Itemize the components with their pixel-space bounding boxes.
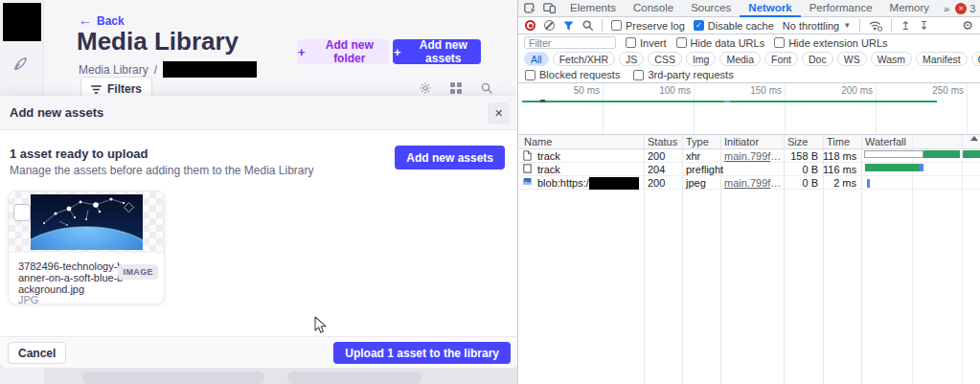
request-row-track-xhr[interactable]: track 200 xhr main.799f3b84… 158 B 118 m… (518, 149, 980, 163)
tab-sources[interactable]: Sources (682, 0, 740, 17)
inspect-element-icon[interactable] (518, 3, 541, 14)
col-name[interactable]: Name (524, 136, 552, 147)
blocked-requests-checkbox[interactable]: Blocked requests (525, 69, 620, 80)
filter-lines-icon (91, 85, 102, 94)
dimmed-page-background (0, 368, 517, 384)
add-new-assets-header-button[interactable]: + Add new assets (393, 39, 481, 64)
pill-font[interactable]: Font (764, 52, 798, 66)
modal-header: Add new assets ✕ (0, 96, 517, 130)
timeline-tick: 200 ms (841, 85, 876, 96)
upload-summary: 1 asset ready to upload (10, 147, 148, 161)
pill-all[interactable]: All (524, 52, 549, 66)
col-status[interactable]: Status (648, 136, 677, 147)
modal-close-button[interactable]: ✕ (488, 102, 510, 124)
col-type[interactable]: Type (686, 136, 709, 147)
modal-add-new-assets-button[interactable]: Add new assets (395, 146, 505, 169)
modal-title: Add new assets (10, 105, 103, 120)
col-waterfall[interactable]: Waterfall (865, 136, 906, 147)
network-requests-table: Name Status Type Initiator Size Time Wat… (518, 135, 980, 384)
invert-label: Invert (640, 37, 667, 49)
pill-fetch-xhr[interactable]: Fetch/XHR (553, 52, 615, 66)
invert-checkbox[interactable]: Invert (626, 37, 667, 49)
tab-memory[interactable]: Memory (881, 0, 939, 17)
plus-icon: + (394, 45, 401, 59)
filter-input[interactable] (524, 36, 616, 49)
third-party-requests-checkbox[interactable]: 3rd-party requests (633, 69, 733, 80)
export-har-icon[interactable]: ↧ (919, 20, 928, 32)
dropdown-caret-icon: ▼ (843, 21, 851, 30)
workspace-logo-redacted[interactable] (3, 3, 41, 41)
content-editor-icon[interactable] (12, 56, 29, 72)
asset-card[interactable]: 3782496-technology-banner-on-a-soft-blue… (8, 191, 165, 305)
mouse-cursor (314, 316, 327, 334)
pill-doc[interactable]: Doc (802, 52, 833, 66)
library-view-icons (420, 82, 492, 94)
tab-elements[interactable]: Elements (561, 0, 625, 17)
request-row-blob-jpeg[interactable]: blob:https://cms. 200 jpeg main.799f3b84… (518, 176, 980, 190)
record-network-log-icon[interactable] (525, 20, 536, 31)
preserve-log-checkbox[interactable]: Preserve log (611, 20, 685, 32)
upload-asset-button[interactable]: Upload 1 asset to the library (333, 342, 511, 364)
network-conditions-icon[interactable] (869, 20, 882, 32)
request-size: 158 B (786, 150, 818, 162)
hide-extension-urls-checkbox[interactable]: Hide extension URLs (774, 37, 887, 49)
breadcrumb-separator: / (154, 63, 157, 77)
request-status: 200 (648, 150, 665, 162)
more-tabs-icon[interactable]: » (938, 3, 955, 14)
tab-network[interactable]: Network (740, 0, 800, 17)
pill-media[interactable]: Media (719, 52, 761, 66)
clear-network-log-icon[interactable] (544, 20, 555, 31)
col-size[interactable]: Size (787, 136, 808, 147)
tab-performance[interactable]: Performance (801, 0, 881, 17)
table-header-row[interactable]: Name Status Type Initiator Size Time Wat… (518, 135, 980, 149)
checkbox-checked: ✓ (694, 20, 704, 31)
pill-css[interactable]: CSS (648, 52, 682, 66)
network-overview-timeline[interactable]: 50 ms 100 ms 150 ms 200 ms 250 ms (518, 83, 980, 135)
hide-data-urls-checkbox[interactable]: Hide data URLs (676, 37, 765, 49)
pill-js[interactable]: JS (619, 52, 644, 66)
plus-icon: + (298, 45, 306, 59)
search-network-icon[interactable] (582, 20, 593, 31)
tab-console[interactable]: Console (625, 0, 682, 17)
asset-checkbox[interactable] (13, 204, 31, 221)
network-filterbar: Invert Hide data URLs Hide extension URL… (518, 34, 980, 51)
asset-extension: JPG (18, 294, 38, 305)
col-time[interactable]: Time (827, 136, 850, 147)
request-name: track (537, 164, 560, 175)
pill-wasm[interactable]: Wasm (871, 52, 912, 66)
sort-indicator-icon[interactable] (970, 136, 978, 141)
resource-type-filters: All Fetch/XHR JS CSS Img Media Font Doc … (518, 51, 980, 67)
pill-img[interactable]: Img (686, 52, 717, 66)
generic-resource-icon (523, 164, 532, 173)
waterfall-queueing-bar (864, 150, 923, 158)
filter-funnel-icon[interactable] (563, 21, 574, 31)
add-new-assets-label: Add new assets (407, 38, 480, 65)
device-toolbar-icon[interactable] (541, 3, 561, 13)
pill-other[interactable]: Other (971, 52, 980, 66)
import-har-icon[interactable]: ↥ (900, 20, 910, 32)
upload-subtitle: Manage the assets before adding them to … (10, 164, 314, 177)
checkbox-unchecked (525, 70, 536, 80)
error-badge[interactable]: ✕ 3 (955, 3, 975, 14)
throttling-dropdown[interactable]: No throttling ▼ (783, 20, 851, 32)
request-initiator-link[interactable]: main.799f3b84… (724, 177, 782, 189)
overview-blue-mark (724, 101, 730, 102)
pill-ws[interactable]: WS (837, 52, 867, 66)
back-label: Back (97, 14, 125, 28)
devtools-tabbar-right: ✕ 3 2 ⚙ ⋮ ✕ (955, 1, 980, 15)
col-initiator[interactable]: Initiator (724, 136, 759, 147)
cancel-button[interactable]: Cancel (8, 342, 66, 364)
request-initiator-link[interactable]: main.799f3b84… (724, 150, 782, 162)
back-link[interactable]: ←Back (79, 12, 125, 28)
breadcrumb-root[interactable]: Media Library (79, 63, 148, 77)
network-settings-icon[interactable]: ⚙ (962, 18, 973, 33)
pill-manifest[interactable]: Manifest (916, 52, 968, 66)
disable-cache-checkbox[interactable]: ✓ Disable cache (694, 20, 774, 32)
preserve-log-label: Preserve log (626, 20, 685, 32)
grid-view-icon[interactable] (450, 82, 462, 94)
settings-icon[interactable] (420, 82, 431, 94)
search-icon[interactable] (481, 82, 492, 94)
add-new-folder-button[interactable]: + Add new folder (297, 39, 389, 64)
request-row-track-preflight[interactable]: track 204 preflight Preflighti 0 B 116 m… (518, 163, 980, 176)
request-status: 204 (648, 164, 665, 175)
